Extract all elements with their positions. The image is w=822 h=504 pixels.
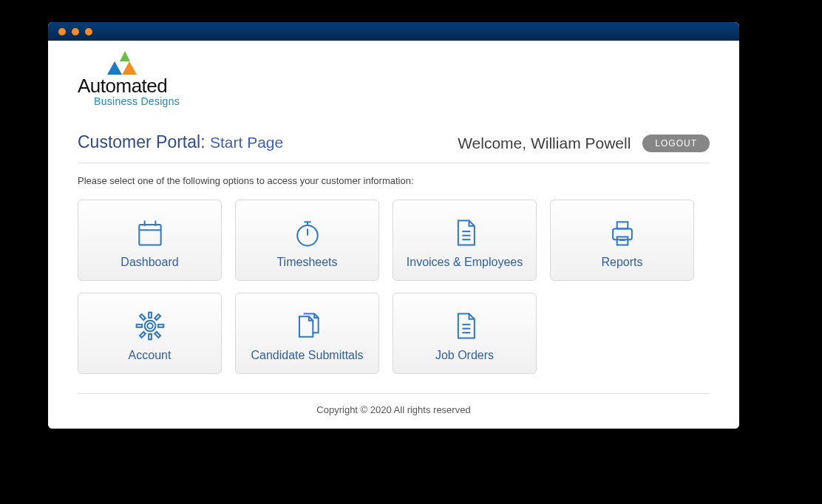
tile-grid: Dashboard Timesheets — [78, 200, 710, 394]
page-content: Automated Business Designs Customer Port… — [48, 41, 739, 429]
tile-label: Reports — [601, 256, 642, 269]
logo: Automated Business Designs — [78, 51, 200, 107]
stopwatch-icon — [291, 216, 324, 250]
svg-rect-22 — [140, 332, 146, 338]
svg-rect-18 — [158, 324, 163, 327]
browser-window: Automated Business Designs Customer Port… — [48, 22, 739, 429]
gear-icon — [134, 309, 166, 343]
user-name: William Powell — [531, 134, 631, 151]
tile-label: Candidate Submittals — [251, 349, 363, 362]
browser-title-bar — [48, 22, 739, 41]
logo-text-sub: Business Designs — [94, 95, 180, 107]
svg-rect-11 — [613, 229, 632, 240]
tile-reports[interactable]: Reports — [550, 200, 694, 281]
tile-label: Dashboard — [120, 256, 178, 269]
svg-rect-17 — [136, 324, 141, 327]
tile-candidate-submittals[interactable]: Candidate Submittals — [235, 293, 379, 374]
logout-button[interactable]: LOGOUT — [642, 134, 710, 152]
tile-dashboard[interactable]: Dashboard — [78, 200, 222, 281]
logo-text-main: Automated — [78, 76, 167, 95]
tile-label: Timesheets — [276, 256, 337, 269]
printer-icon — [606, 216, 639, 250]
calendar-icon — [134, 216, 166, 250]
tile-timesheets[interactable]: Timesheets — [235, 200, 379, 281]
tile-label: Job Orders — [435, 349, 494, 362]
header-right: Welcome, William Powell LOGOUT — [458, 134, 710, 152]
svg-rect-12 — [616, 222, 628, 228]
tile-job-orders[interactable]: Job Orders — [393, 293, 537, 374]
tile-label: Account — [129, 349, 171, 362]
page-header: Customer Portal: Start Page Welcome, Wil… — [78, 132, 710, 163]
tile-account[interactable]: Account — [78, 293, 222, 374]
svg-rect-21 — [154, 314, 160, 320]
document-icon — [449, 216, 481, 250]
footer-text: Copyright © 2020 All rights reserved — [78, 404, 710, 415]
welcome-prefix: Welcome, — [458, 134, 526, 151]
tile-label: Invoices & Employees — [407, 256, 523, 269]
window-maximize-dot[interactable] — [85, 28, 92, 35]
page-title: Customer Portal: Start Page — [78, 132, 283, 152]
svg-rect-20 — [154, 332, 160, 338]
window-close-dot[interactable] — [58, 28, 66, 35]
svg-rect-15 — [149, 313, 152, 318]
page-title-page: Start Page — [210, 134, 283, 151]
logo-icon — [107, 51, 143, 75]
welcome-text: Welcome, William Powell — [458, 134, 631, 152]
svg-rect-16 — [149, 334, 152, 339]
svg-rect-0 — [139, 225, 160, 245]
instruction-text: Please select one of the following optio… — [78, 175, 710, 186]
page-title-prefix: Customer Portal: — [78, 132, 206, 151]
svg-rect-19 — [140, 314, 146, 320]
document-icon — [449, 309, 481, 343]
tile-invoices-employees[interactable]: Invoices & Employees — [393, 200, 537, 281]
window-minimize-dot[interactable] — [72, 28, 79, 35]
documents-icon — [291, 309, 324, 343]
